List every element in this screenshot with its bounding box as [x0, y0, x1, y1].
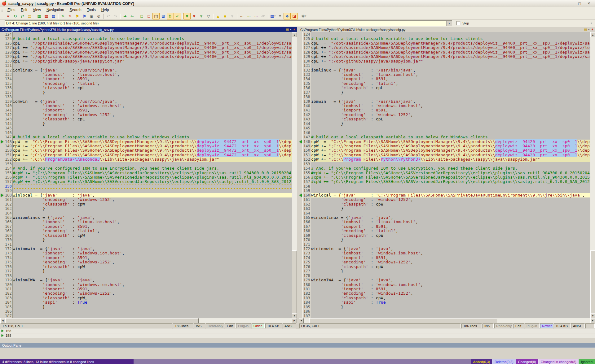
- code-line[interactable]: }: [311, 238, 590, 242]
- swap-and-recompare-icon[interactable]: ⇄: [19, 13, 26, 20]
- code-line[interactable]: 'classpath' : cpW: [13, 265, 292, 269]
- sync-scroll-icon[interactable]: ⇅: [167, 13, 174, 20]
- code-line[interactable]: 'encoding' : 'windows-1252',: [13, 197, 292, 202]
- code-line[interactable]: [13, 314, 292, 318]
- code-line[interactable]: 'classpath' : cpL: [311, 117, 590, 121]
- save-both-files-icon[interactable]: ▦: [50, 13, 57, 20]
- code-line[interactable]: cpL += ":/opt/sasinside/SASHome/SASDeplo…: [13, 46, 292, 50]
- code-line[interactable]: winlocal = {'java' : 'C:\\Program Files\…: [311, 193, 590, 197]
- code-line[interactable]: #cpW += ";C:\\Program Files\\SASHome\\SA…: [13, 175, 292, 180]
- code-line[interactable]: 'iomhost' : 'linux.iom.host',: [311, 72, 590, 77]
- code-line[interactable]: [311, 95, 590, 99]
- code-line[interactable]: 'iomport' : 8591,: [311, 287, 590, 291]
- code-line[interactable]: 'classpath' : cpW: [311, 202, 590, 206]
- open-files-icon[interactable]: ▤: [26, 13, 33, 20]
- edit-second-file-icon[interactable]: ✎: [67, 13, 74, 20]
- code-line[interactable]: [13, 95, 292, 99]
- bookmark-first-icon[interactable]: ⚑: [74, 13, 81, 20]
- code-line[interactable]: cpL = "/opt/sasinside/SASHome/SASDeploym…: [311, 41, 590, 46]
- code-line[interactable]: 'classpath' : cpW: [13, 202, 292, 206]
- filter-identical-lines-icon[interactable]: ▼: [198, 13, 205, 20]
- code-line[interactable]: 'encoding' : 'windows-1252',: [311, 260, 590, 264]
- code-line[interactable]: cpL += ":/opt/sasinside/SASHome/SASDeplo…: [311, 46, 590, 50]
- menu-grip[interactable]: [2, 8, 3, 12]
- code-line[interactable]: # And, if you've configured IOM to use E…: [13, 166, 292, 171]
- code-line[interactable]: winiomlinux = {'java' : 'java',: [13, 215, 292, 220]
- right-vertical-scrollbar[interactable]: ▲ ▼: [590, 32, 595, 318]
- minimize-button[interactable]: ─: [566, 1, 574, 6]
- undo-icon[interactable]: ↶: [105, 13, 112, 20]
- code-line[interactable]: 'classpath' : cpW: [13, 233, 292, 238]
- recompare-icon[interactable]: ↻: [12, 13, 19, 20]
- code-line[interactable]: 'encoding' : 'windows-1252',: [311, 291, 590, 296]
- left-hscroll-thumb[interactable]: [5, 318, 199, 323]
- code-line[interactable]: 'iomport' : 8591,: [311, 256, 590, 260]
- chevron-down-icon[interactable]: ▼: [446, 21, 452, 26]
- code-line[interactable]: # build out a local classpath variable t…: [13, 37, 292, 41]
- code-line[interactable]: [311, 274, 590, 278]
- code-line[interactable]: [311, 188, 590, 193]
- plugins-icon[interactable]: ❖: [284, 13, 291, 20]
- print-preview-icon[interactable]: ⊙: [95, 13, 102, 20]
- code-line[interactable]: }: [13, 238, 292, 242]
- find-icon[interactable]: ∞: [238, 13, 245, 20]
- code-line[interactable]: [311, 242, 590, 247]
- code-line[interactable]: cpL += ":/opt/sasinside/SASHome/SASDeplo…: [13, 54, 292, 59]
- code-line[interactable]: [311, 63, 590, 68]
- code-line[interactable]: 'encoding' : 'latin1',: [13, 81, 292, 86]
- toolbar-grip[interactable]: [2, 14, 3, 18]
- code-line[interactable]: cpW += ";C:\\Program Files\\SASHome\\SAS…: [311, 153, 590, 157]
- find-prev-icon[interactable]: ∞: [253, 13, 260, 20]
- code-line[interactable]: # build out a local classpath variable t…: [311, 37, 590, 41]
- show-first-pane-icon[interactable]: □: [138, 13, 145, 20]
- code-line[interactable]: winiomwin = {'java' : 'java',: [13, 247, 292, 251]
- code-line[interactable]: 'iomhost' : 'linux.iom.host',: [13, 72, 292, 77]
- code-line[interactable]: }: [13, 206, 292, 211]
- code-line[interactable]: }: [311, 206, 590, 211]
- code-line[interactable]: cpL += ":/opt/github/saspy/java/saspyiom…: [311, 59, 590, 63]
- code-line[interactable]: 'iomhost' : 'linux.iom.host',: [311, 220, 590, 224]
- code-line[interactable]: winiomwin = {'java' : 'java',: [311, 247, 590, 251]
- right-file-header[interactable]: C:\Program Files\Python\Python37\Lib\sit…: [299, 27, 595, 32]
- code-line[interactable]: winiomIWA = {'java' : 'java',: [13, 278, 292, 282]
- code-line[interactable]: cpL += ":/opt/github/saspy/java/saspyiom…: [13, 59, 292, 63]
- code-line[interactable]: cpW = "C:\\Program Files\\SASHome\\SASDe…: [311, 140, 590, 144]
- code-line[interactable]: cpL += ":/opt/sasinside/SASHome/SASDeplo…: [311, 50, 590, 54]
- scroll-left-icon[interactable]: ◀: [0, 318, 5, 323]
- view-mode-icon[interactable]: ▦▾: [269, 13, 276, 20]
- code-line[interactable]: 'classpath' : cpW: [311, 265, 590, 269]
- right-horizontal-scrollbar[interactable]: ◀ ▶: [299, 318, 595, 323]
- save-second-file-icon[interactable]: ▦: [43, 13, 50, 20]
- code-line[interactable]: [13, 63, 292, 68]
- code-line[interactable]: 'iomport' : 8591,: [311, 108, 590, 112]
- scroll-right-icon[interactable]: ▶: [292, 318, 297, 323]
- code-line[interactable]: [311, 126, 590, 130]
- code-line[interactable]: #cpW += ";C:\\Program Files\\SASHome\\SA…: [311, 171, 590, 175]
- compare-icon[interactable]: ✶: [591, 28, 594, 32]
- current-diff-icon[interactable]: ■: [222, 13, 229, 20]
- code-line[interactable]: [13, 32, 292, 37]
- menu-item-edit[interactable]: Edit: [18, 7, 30, 12]
- menu-item-help[interactable]: Help: [99, 7, 112, 12]
- options-icon[interactable]: ✱▾: [300, 13, 307, 20]
- scroll-down-icon[interactable]: ▼: [292, 313, 297, 318]
- auto-recompare-icon[interactable]: ✓: [174, 13, 181, 20]
- code-line[interactable]: cpW += ";C:\\Program Files\\SASHome\\SAS…: [13, 144, 292, 148]
- code-line[interactable]: iomwin = {'java' : '/usr/bin/java',: [13, 99, 292, 104]
- code-line[interactable]: 'iomhost' : 'windows.iom.host',: [311, 283, 590, 287]
- code-line[interactable]: [311, 211, 590, 215]
- copy-path-icon[interactable]: ▤: [584, 28, 587, 32]
- code-line[interactable]: 'iomport' : 8591,: [311, 224, 590, 229]
- code-line[interactable]: 'encoding' : 'windows-1252',: [311, 197, 590, 202]
- code-line[interactable]: cpW += ";C:\\Program Files\\SASHome\\SAS…: [13, 148, 292, 153]
- copy-path-icon[interactable]: ▤: [285, 28, 289, 32]
- filter-all-lines-icon[interactable]: ▼: [183, 13, 191, 20]
- menu-item-navigation[interactable]: Navigation: [44, 7, 67, 12]
- compare-icon[interactable]: ✶: [293, 28, 296, 32]
- scroll-left-icon[interactable]: ◀: [299, 318, 304, 323]
- code-line[interactable]: 'classpath' : cpW,: [13, 296, 292, 300]
- code-line[interactable]: 'iomhost' : 'windows.iom.host',: [13, 251, 292, 255]
- diffbar-grip[interactable]: [2, 21, 3, 25]
- code-line[interactable]: [13, 131, 292, 135]
- next-diff-icon[interactable]: ▼: [229, 13, 236, 20]
